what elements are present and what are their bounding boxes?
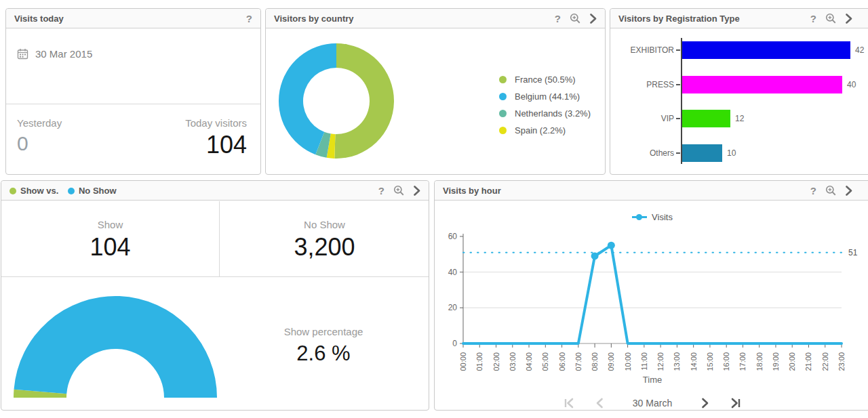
pager-label: 30 March [623, 398, 682, 409]
legend-label: France (50.5%) [515, 75, 576, 85]
panel-visits-by-hour: Visits by hour ? Visits 020406000:0001:0… [434, 180, 868, 411]
first-page-button[interactable] [564, 398, 576, 409]
legend-item: Belgium (44.1%) [499, 88, 591, 105]
yesterday-block: Yesterday 0 [17, 117, 62, 155]
bar[interactable] [682, 144, 722, 162]
bar-category-label: Others [612, 144, 674, 162]
legend-item: Spain (2.2%) [499, 122, 591, 139]
dashboard: Visits today ? 30 Mar 2015 Yesterday 0 T… [0, 0, 868, 418]
svg-text:10:00: 10:00 [624, 352, 632, 371]
zoom-in-icon[interactable] [393, 185, 405, 196]
show-dot-icon [9, 188, 16, 194]
svg-text:03:00: 03:00 [509, 352, 517, 371]
show-percentage-value: 2.6 % [225, 341, 422, 366]
svg-text:19:00: 19:00 [772, 352, 780, 371]
svg-text:02:00: 02:00 [492, 352, 500, 371]
svg-text:22:00: 22:00 [821, 352, 829, 371]
legend-label: Spain (2.2%) [515, 125, 566, 135]
svg-text:07:00: 07:00 [574, 352, 583, 371]
registration-bar-chart: EXHIBITOR42PRESS40VIP12Others10 [610, 28, 868, 174]
calendar-icon [17, 48, 28, 60]
chevron-right-icon[interactable] [414, 186, 420, 196]
svg-text:23:00: 23:00 [837, 352, 846, 371]
divider [6, 104, 260, 104]
svg-text:17:00: 17:00 [738, 352, 747, 371]
zoom-in-icon[interactable] [825, 13, 837, 24]
panel-visits-today: Visits today ? 30 Mar 2015 Yesterday 0 T… [5, 8, 261, 175]
panel-title: Visits by hour [443, 186, 501, 196]
bar-category-label: PRESS [612, 76, 674, 93]
show-gauge-chart [12, 295, 218, 399]
chart-pager: 30 March [435, 398, 868, 409]
svg-text:09:00: 09:00 [607, 352, 615, 371]
svg-text:18:00: 18:00 [755, 352, 764, 371]
show-percentage-block: Show percentage 2.6 % [225, 326, 422, 366]
bar-category-label: VIP [612, 110, 674, 127]
legend-label: Visits [652, 212, 673, 222]
svg-text:06:00: 06:00 [558, 352, 566, 371]
legend-item: France (50.5%) [499, 71, 591, 88]
show-value: 104 [1, 233, 219, 262]
legend-dot [499, 93, 507, 100]
divider [1, 276, 429, 277]
help-icon[interactable]: ? [378, 186, 384, 196]
svg-text:40: 40 [448, 268, 458, 277]
today-value: 104 [185, 131, 247, 159]
chevron-right-icon[interactable] [846, 14, 852, 24]
legend-dot [499, 110, 507, 117]
help-icon[interactable]: ? [810, 186, 816, 196]
show-block: Show 104 [1, 219, 219, 262]
title-noshow: No Show [79, 186, 117, 196]
next-page-button[interactable] [701, 398, 710, 409]
svg-text:05:00: 05:00 [541, 352, 549, 371]
legend-item: Netherlands (3.2%) [499, 105, 591, 122]
bar[interactable] [682, 76, 842, 93]
help-icon[interactable]: ? [246, 14, 252, 24]
bar-value-label: 42 [855, 41, 864, 59]
yesterday-value: 0 [17, 132, 62, 155]
svg-text:12:00: 12:00 [656, 352, 665, 371]
panel-title: Show vs. No Show [9, 186, 117, 196]
help-icon[interactable]: ? [810, 14, 816, 24]
svg-text:0: 0 [452, 339, 457, 348]
panel-title: Visitors by country [274, 14, 354, 24]
panel-header: Visits today ? [6, 9, 260, 28]
visits-by-hour-line-chart: 020406000:0001:0002:0003:0004:0005:0006:… [435, 228, 868, 391]
yesterday-label: Yesterday [17, 117, 62, 129]
legend-label: Belgium (44.1%) [515, 91, 580, 102]
title-show: Show vs. [20, 186, 58, 196]
date-display: 30 Mar 2015 [17, 48, 92, 60]
show-percentage-label: Show percentage [225, 326, 422, 337]
zoom-in-icon[interactable] [570, 13, 581, 24]
help-icon[interactable]: ? [555, 14, 561, 24]
previous-page-button[interactable] [595, 398, 604, 409]
legend-dot [499, 76, 507, 83]
bar[interactable] [682, 41, 850, 59]
noshow-block: No Show 3,200 [219, 219, 430, 262]
chevron-right-icon[interactable] [590, 14, 597, 24]
today-block: Today visitors 104 [185, 117, 247, 159]
panel-header: Visitors by Registration Type ? [610, 9, 868, 28]
svg-text:01:00: 01:00 [475, 352, 484, 371]
line-marker-icon [632, 216, 647, 218]
svg-text:20: 20 [448, 303, 458, 312]
svg-text:15:00: 15:00 [706, 352, 714, 371]
panel-visitors-by-country: Visitors by country ? France (50.5%) Bel… [265, 8, 606, 175]
bar-tick [676, 152, 680, 154]
bar[interactable] [682, 110, 730, 127]
date-value: 30 Mar 2015 [35, 48, 92, 60]
panel-header: Visitors by country ? [266, 9, 605, 28]
visits-legend: Visits [435, 212, 868, 222]
svg-text:16:00: 16:00 [722, 352, 730, 371]
chevron-right-icon[interactable] [846, 186, 852, 196]
svg-text:13:00: 13:00 [673, 352, 681, 371]
svg-text:60: 60 [448, 232, 458, 241]
svg-text:20:00: 20:00 [788, 352, 796, 371]
svg-text:04:00: 04:00 [525, 352, 533, 371]
svg-text:21:00: 21:00 [804, 352, 812, 371]
bar-value-label: 40 [847, 76, 856, 93]
svg-text:51: 51 [848, 248, 858, 257]
last-page-button[interactable] [729, 398, 741, 409]
zoom-in-icon[interactable] [825, 185, 837, 196]
bar-tick [676, 84, 680, 85]
